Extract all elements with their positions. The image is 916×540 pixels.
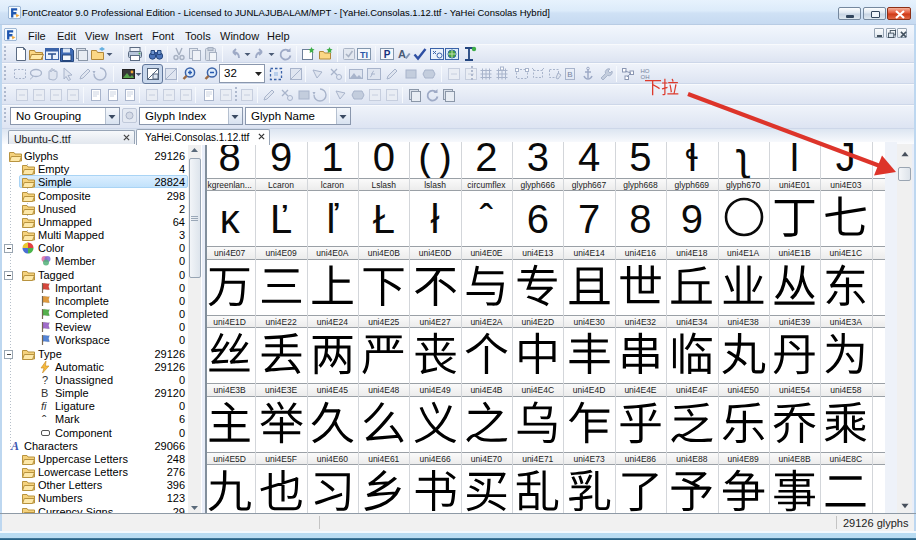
svg-text:A: A [398,48,406,60]
svg-text:TI: TI [360,50,368,60]
svg-text:P: P [384,49,391,60]
svg-text:B: B [567,70,572,79]
